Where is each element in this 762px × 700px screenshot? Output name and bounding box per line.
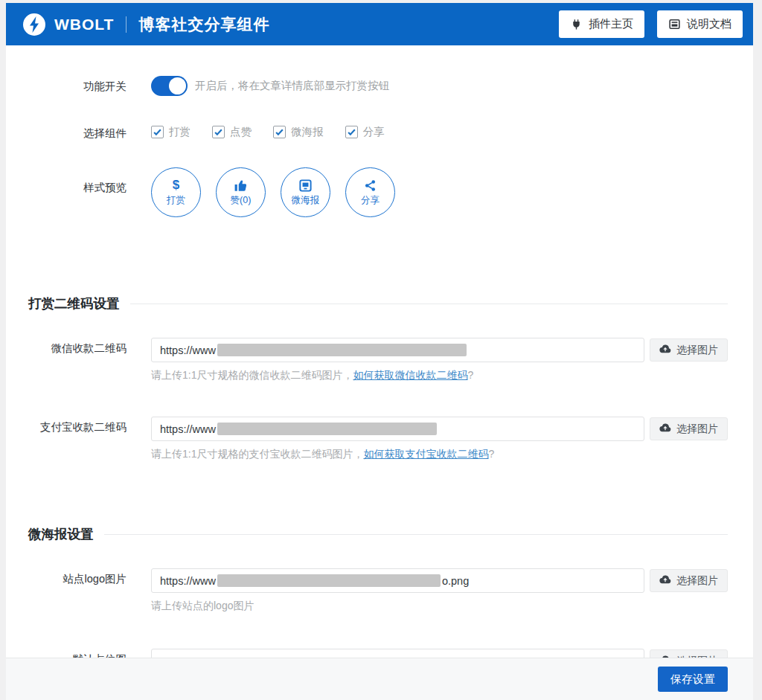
document-icon	[668, 18, 681, 30]
alipay-qr-hint: 请上传1:1尺寸规格的支付宝收款二维码图片，如何获取支付宝收款二维码?	[151, 448, 728, 461]
function-switch-row: 功能开关 开启后，将在文章详情底部显示打赏按钮	[22, 76, 728, 96]
wechat-qr-hint: 请上传1:1尺寸规格的微信收款二维码图片，如何获取微信收款二维码?	[151, 369, 728, 382]
plugin-home-button[interactable]: 插件主页	[559, 10, 644, 38]
checkbox-dashang[interactable]	[151, 126, 164, 138]
site-logo-pick-image-button[interactable]: 选择图片	[650, 569, 728, 592]
alipay-pick-image-button[interactable]: 选择图片	[650, 417, 728, 440]
alipay-qr-label: 支付宝收款二维码	[22, 417, 127, 461]
checkbox-dianzan[interactable]	[212, 126, 225, 138]
section-title-poster: 微海报设置	[28, 525, 728, 543]
function-switch-toggle[interactable]	[151, 76, 188, 96]
checkbox-item-dashang: 打赏	[151, 125, 190, 139]
redacted-text	[217, 423, 437, 435]
section-divider	[130, 304, 729, 304]
site-logo-label: 站点logo图片	[22, 568, 127, 613]
function-switch-hint: 开启后，将在文章详情底部显示打赏按钮	[195, 79, 389, 93]
alipay-qr-help-link[interactable]: 如何获取支付宝收款二维码	[363, 448, 488, 460]
header-bar: WBOLT 博客社交分享组件 插件主页 说明文档	[6, 3, 753, 45]
plug-icon	[570, 18, 583, 30]
share-icon	[364, 178, 377, 193]
section-title-reward-qr: 打赏二维码设置	[28, 295, 728, 312]
cloud-upload-icon	[659, 574, 671, 588]
preview-row: 样式预览 $ 打赏 赞(0)	[22, 167, 728, 217]
checkbox-item-dianzan: 点赞	[212, 125, 252, 139]
site-logo-hint: 请上传站点的logo图片	[151, 600, 728, 613]
default-placeholder-input[interactable]	[151, 649, 644, 658]
alipay-qr-row: 支付宝收款二维码 https://www 选择图片	[22, 417, 728, 461]
site-logo-input[interactable]: https://www o.png	[151, 568, 644, 593]
checkbox-item-weihaibao: 微海报	[273, 125, 324, 139]
preview-label: 样式预览	[22, 167, 127, 217]
plugin-settings-page: WBOLT 博客社交分享组件 插件主页 说明文档	[6, 3, 753, 700]
wechat-qr-row: 微信收款二维码 https://www 选择图片	[22, 338, 728, 382]
cloud-upload-icon	[659, 343, 671, 357]
preview-like-button[interactable]: 赞(0)	[216, 167, 266, 217]
function-switch-label: 功能开关	[22, 76, 127, 96]
section-divider	[104, 534, 729, 535]
placeholder-pick-image-button[interactable]: 选择图片	[650, 649, 728, 658]
site-logo-row: 站点logo图片 https://www o.png 选择	[22, 568, 728, 613]
default-placeholder-row: 默认占位图 选择图片 请上传	[22, 649, 728, 658]
redacted-text	[217, 344, 467, 356]
docs-button[interactable]: 说明文档	[657, 10, 743, 38]
alipay-qr-input[interactable]: https://www	[151, 417, 644, 441]
settings-content: 功能开关 开启后，将在文章详情底部显示打赏按钮 选择组件 打赏	[6, 45, 753, 658]
wechat-qr-input[interactable]: https://www	[151, 338, 644, 362]
toggle-knob	[169, 77, 186, 94]
page-title: 博客社交分享组件	[138, 14, 269, 35]
brand-name: WBOLT	[54, 16, 114, 33]
dollar-icon: $	[173, 178, 179, 193]
wechat-qr-label: 微信收款二维码	[22, 338, 127, 382]
checkbox-fenxiang[interactable]	[345, 126, 358, 138]
components-row: 选择组件 打赏 点赞	[22, 123, 728, 141]
save-settings-button[interactable]: 保存设置	[658, 667, 728, 692]
thumb-up-icon	[234, 178, 248, 193]
preview-reward-button[interactable]: $ 打赏	[151, 167, 201, 217]
redacted-text	[217, 574, 441, 587]
cloud-upload-icon	[659, 422, 671, 436]
wbolt-logo-icon	[22, 13, 46, 36]
checkbox-weihaibao[interactable]	[273, 126, 286, 138]
preview-poster-button[interactable]: 微海报	[281, 167, 330, 217]
components-label: 选择组件	[22, 123, 127, 141]
footer-bar: 保存设置	[6, 658, 753, 700]
preview-share-button[interactable]: 分享	[345, 167, 395, 217]
wechat-qr-help-link[interactable]: 如何获取微信收款二维码	[353, 369, 467, 381]
checkbox-item-fenxiang: 分享	[345, 125, 385, 139]
wechat-pick-image-button[interactable]: 选择图片	[650, 338, 728, 362]
header-divider	[126, 16, 127, 33]
poster-icon	[298, 178, 313, 193]
default-placeholder-label: 默认占位图	[22, 649, 127, 658]
